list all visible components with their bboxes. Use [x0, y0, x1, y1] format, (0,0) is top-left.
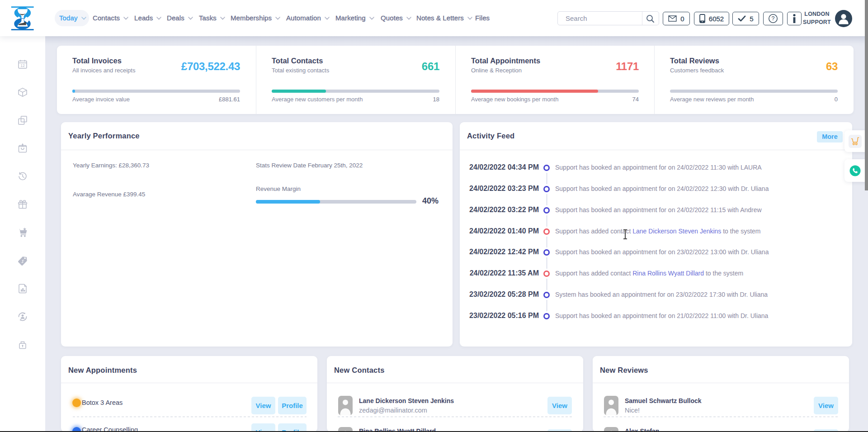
svg-text:12: 12	[20, 63, 25, 68]
svg-text:?: ?	[772, 15, 775, 22]
